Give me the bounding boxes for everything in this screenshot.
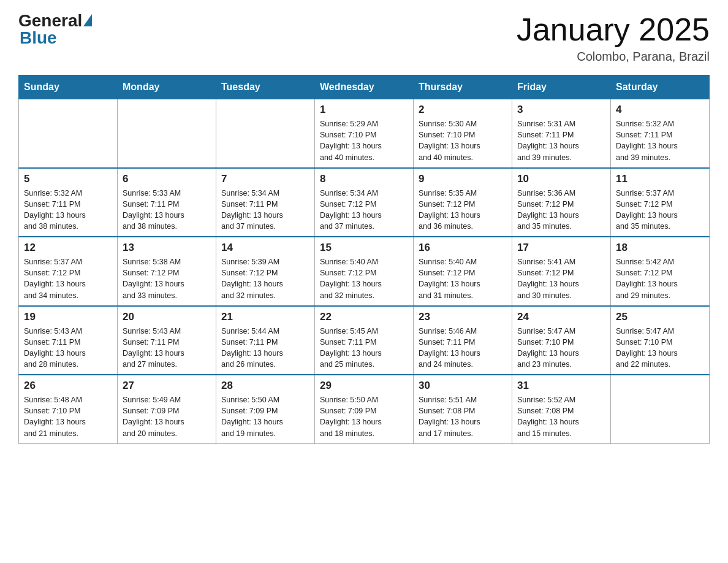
day-number: 6 — [123, 173, 211, 185]
day-info: Sunrise: 5:46 AM Sunset: 7:11 PM Dayligh… — [419, 326, 507, 370]
column-header-wednesday: Wednesday — [315, 75, 414, 99]
day-number: 13 — [123, 242, 211, 254]
logo-blue-text: Blue — [18, 28, 57, 48]
day-number: 8 — [320, 173, 408, 185]
calendar-day-cell: 23Sunrise: 5:46 AM Sunset: 7:11 PM Dayli… — [414, 306, 512, 375]
day-info: Sunrise: 5:47 AM Sunset: 7:10 PM Dayligh… — [616, 326, 704, 370]
calendar-day-cell: 26Sunrise: 5:48 AM Sunset: 7:10 PM Dayli… — [19, 375, 118, 443]
calendar-day-cell: 7Sunrise: 5:34 AM Sunset: 7:11 PM Daylig… — [216, 168, 315, 237]
calendar-day-cell: 1Sunrise: 5:29 AM Sunset: 7:10 PM Daylig… — [315, 99, 414, 168]
calendar-day-cell: 17Sunrise: 5:41 AM Sunset: 7:12 PM Dayli… — [512, 237, 611, 306]
day-info: Sunrise: 5:49 AM Sunset: 7:09 PM Dayligh… — [123, 394, 211, 439]
day-info: Sunrise: 5:52 AM Sunset: 7:08 PM Dayligh… — [517, 394, 605, 439]
logo-triangle-icon — [83, 14, 92, 26]
day-info: Sunrise: 5:50 AM Sunset: 7:09 PM Dayligh… — [320, 394, 408, 439]
calendar-day-cell: 24Sunrise: 5:47 AM Sunset: 7:10 PM Dayli… — [512, 306, 611, 375]
day-info: Sunrise: 5:34 AM Sunset: 7:11 PM Dayligh… — [221, 188, 309, 232]
day-info: Sunrise: 5:50 AM Sunset: 7:09 PM Dayligh… — [221, 394, 309, 439]
day-info: Sunrise: 5:41 AM Sunset: 7:12 PM Dayligh… — [517, 256, 605, 301]
day-number: 28 — [221, 380, 309, 392]
day-info: Sunrise: 5:32 AM Sunset: 7:11 PM Dayligh… — [24, 188, 112, 232]
day-info: Sunrise: 5:51 AM Sunset: 7:08 PM Dayligh… — [419, 394, 507, 439]
calendar-day-cell — [216, 99, 315, 168]
day-number: 5 — [24, 173, 112, 185]
day-info: Sunrise: 5:32 AM Sunset: 7:11 PM Dayligh… — [616, 118, 704, 163]
day-info: Sunrise: 5:38 AM Sunset: 7:12 PM Dayligh… — [123, 256, 211, 301]
day-number: 15 — [320, 242, 408, 254]
calendar-week-row: 19Sunrise: 5:43 AM Sunset: 7:11 PM Dayli… — [19, 306, 710, 375]
calendar-day-cell — [611, 375, 710, 443]
day-number: 11 — [616, 173, 704, 185]
day-info: Sunrise: 5:44 AM Sunset: 7:11 PM Dayligh… — [221, 326, 309, 370]
calendar-day-cell: 20Sunrise: 5:43 AM Sunset: 7:11 PM Dayli… — [118, 306, 216, 375]
day-info: Sunrise: 5:34 AM Sunset: 7:12 PM Dayligh… — [320, 188, 408, 232]
day-number: 7 — [221, 173, 309, 185]
day-info: Sunrise: 5:30 AM Sunset: 7:10 PM Dayligh… — [419, 118, 507, 163]
column-header-thursday: Thursday — [414, 75, 512, 99]
day-number: 24 — [517, 311, 605, 323]
calendar-day-cell: 22Sunrise: 5:45 AM Sunset: 7:11 PM Dayli… — [315, 306, 414, 375]
calendar-day-cell: 19Sunrise: 5:43 AM Sunset: 7:11 PM Dayli… — [19, 306, 118, 375]
day-info: Sunrise: 5:33 AM Sunset: 7:11 PM Dayligh… — [123, 188, 211, 232]
calendar-header-row: SundayMondayTuesdayWednesdayThursdayFrid… — [19, 75, 710, 99]
calendar-day-cell: 4Sunrise: 5:32 AM Sunset: 7:11 PM Daylig… — [611, 99, 710, 168]
calendar-day-cell: 8Sunrise: 5:34 AM Sunset: 7:12 PM Daylig… — [315, 168, 414, 237]
calendar-week-row: 5Sunrise: 5:32 AM Sunset: 7:11 PM Daylig… — [19, 168, 710, 237]
calendar-day-cell: 14Sunrise: 5:39 AM Sunset: 7:12 PM Dayli… — [216, 237, 315, 306]
calendar-day-cell: 31Sunrise: 5:52 AM Sunset: 7:08 PM Dayli… — [512, 375, 611, 443]
day-number: 19 — [24, 311, 112, 323]
day-info: Sunrise: 5:37 AM Sunset: 7:12 PM Dayligh… — [616, 188, 704, 232]
page-header: General Blue January 2025 Colombo, Paran… — [18, 12, 710, 64]
day-number: 2 — [419, 104, 507, 116]
calendar-day-cell: 18Sunrise: 5:42 AM Sunset: 7:12 PM Dayli… — [611, 237, 710, 306]
day-number: 18 — [616, 242, 704, 254]
calendar-week-row: 26Sunrise: 5:48 AM Sunset: 7:10 PM Dayli… — [19, 375, 710, 443]
calendar-day-cell: 16Sunrise: 5:40 AM Sunset: 7:12 PM Dayli… — [414, 237, 512, 306]
calendar-day-cell: 30Sunrise: 5:51 AM Sunset: 7:08 PM Dayli… — [414, 375, 512, 443]
day-number: 10 — [517, 173, 605, 185]
day-number: 20 — [123, 311, 211, 323]
column-header-saturday: Saturday — [611, 75, 710, 99]
column-header-tuesday: Tuesday — [216, 75, 315, 99]
day-info: Sunrise: 5:36 AM Sunset: 7:12 PM Dayligh… — [517, 188, 605, 232]
title-block: January 2025 Colombo, Parana, Brazil — [517, 12, 710, 64]
calendar-day-cell: 29Sunrise: 5:50 AM Sunset: 7:09 PM Dayli… — [315, 375, 414, 443]
day-info: Sunrise: 5:43 AM Sunset: 7:11 PM Dayligh… — [24, 326, 112, 370]
column-header-sunday: Sunday — [19, 75, 118, 99]
calendar-day-cell — [19, 99, 118, 168]
day-info: Sunrise: 5:29 AM Sunset: 7:10 PM Dayligh… — [320, 118, 408, 163]
day-info: Sunrise: 5:39 AM Sunset: 7:12 PM Dayligh… — [221, 256, 309, 301]
day-info: Sunrise: 5:37 AM Sunset: 7:12 PM Dayligh… — [24, 256, 112, 301]
column-header-friday: Friday — [512, 75, 611, 99]
logo: General Blue — [18, 12, 92, 48]
day-info: Sunrise: 5:40 AM Sunset: 7:12 PM Dayligh… — [419, 256, 507, 301]
day-info: Sunrise: 5:47 AM Sunset: 7:10 PM Dayligh… — [517, 326, 605, 370]
day-info: Sunrise: 5:45 AM Sunset: 7:11 PM Dayligh… — [320, 326, 408, 370]
day-number: 9 — [419, 173, 507, 185]
day-number: 22 — [320, 311, 408, 323]
day-number: 4 — [616, 104, 704, 116]
calendar-day-cell: 25Sunrise: 5:47 AM Sunset: 7:10 PM Dayli… — [611, 306, 710, 375]
day-number: 23 — [419, 311, 507, 323]
day-number: 30 — [419, 380, 507, 392]
logo-general-text: General — [18, 12, 82, 29]
day-info: Sunrise: 5:35 AM Sunset: 7:12 PM Dayligh… — [419, 188, 507, 232]
day-number: 25 — [616, 311, 704, 323]
month-title: January 2025 — [517, 12, 710, 47]
calendar-day-cell: 21Sunrise: 5:44 AM Sunset: 7:11 PM Dayli… — [216, 306, 315, 375]
calendar-day-cell: 3Sunrise: 5:31 AM Sunset: 7:11 PM Daylig… — [512, 99, 611, 168]
day-info: Sunrise: 5:31 AM Sunset: 7:11 PM Dayligh… — [517, 118, 605, 163]
calendar-day-cell: 9Sunrise: 5:35 AM Sunset: 7:12 PM Daylig… — [414, 168, 512, 237]
day-number: 17 — [517, 242, 605, 254]
day-number: 16 — [419, 242, 507, 254]
day-number: 31 — [517, 380, 605, 392]
day-number: 14 — [221, 242, 309, 254]
calendar-day-cell: 12Sunrise: 5:37 AM Sunset: 7:12 PM Dayli… — [19, 237, 118, 306]
day-number: 29 — [320, 380, 408, 392]
day-number: 3 — [517, 104, 605, 116]
calendar-day-cell — [118, 99, 216, 168]
calendar-week-row: 12Sunrise: 5:37 AM Sunset: 7:12 PM Dayli… — [19, 237, 710, 306]
calendar-day-cell: 28Sunrise: 5:50 AM Sunset: 7:09 PM Dayli… — [216, 375, 315, 443]
day-number: 21 — [221, 311, 309, 323]
calendar-day-cell: 27Sunrise: 5:49 AM Sunset: 7:09 PM Dayli… — [118, 375, 216, 443]
